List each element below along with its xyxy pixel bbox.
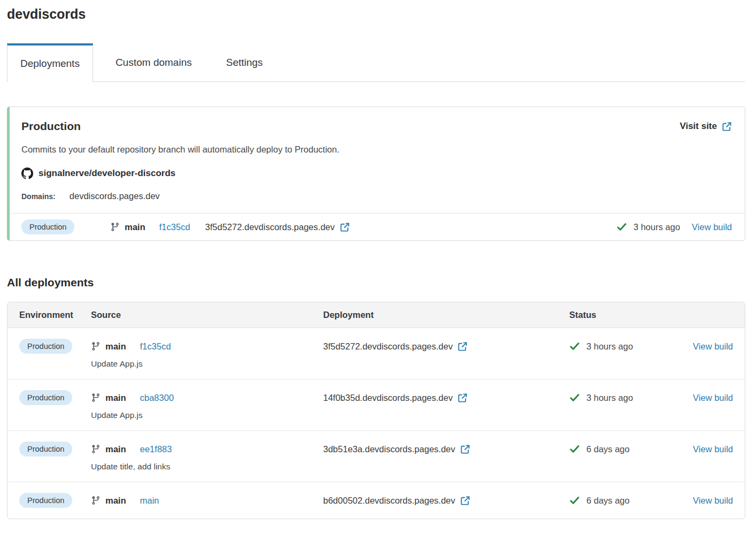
commit-link[interactable]: main [140, 496, 159, 506]
deployments-table: Environment Source Deployment Status Pro… [7, 302, 745, 519]
production-description: Commits to your default repository branc… [21, 145, 732, 155]
status-time: 3 hours ago [586, 393, 633, 403]
external-link-icon [722, 121, 732, 132]
table-row: Production main ee1f883 Update title, ad… [7, 431, 745, 482]
check-icon [569, 495, 580, 506]
commit-link[interactable]: cba8300 [140, 393, 174, 403]
branch-name: main [105, 496, 126, 506]
production-deployment-row: Production main f1c35cd 3f5d5272.devdisc… [10, 213, 745, 240]
tab-deployments-label: Deployments [20, 58, 80, 70]
column-header-environment: Environment [19, 310, 91, 320]
production-card-title: Production [21, 120, 81, 133]
view-build-link[interactable]: View build [693, 496, 733, 506]
environment-badge: Production [21, 219, 74, 234]
check-icon [569, 392, 580, 403]
domains-label: Domains: [21, 192, 56, 201]
git-branch-icon [110, 222, 120, 232]
git-branch-icon [91, 393, 101, 402]
commit-link[interactable]: ee1f883 [140, 444, 172, 454]
status-time: 6 days ago [586, 444, 630, 454]
tab-deployments[interactable]: Deployments [7, 43, 93, 82]
status-time: 6 days ago [586, 496, 630, 506]
external-link-icon[interactable] [457, 393, 468, 403]
commit-message: Update App.js [91, 359, 323, 369]
commit-link[interactable]: f1c35cd [140, 341, 171, 352]
tab-settings[interactable]: Settings [214, 43, 274, 81]
external-link-icon[interactable] [460, 444, 470, 454]
environment-badge: Production [19, 442, 72, 457]
all-deployments-heading: All deployments [7, 276, 745, 289]
environment-badge: Production [19, 390, 72, 405]
branch-name: main [125, 222, 146, 232]
deployment-url: 3db51e3a.devdiscords.pages.dev [323, 444, 455, 454]
git-branch-icon [91, 444, 101, 454]
view-build-link[interactable]: View build [693, 444, 733, 454]
deployment-url: 3f5d5272.devdiscords.pages.dev [323, 341, 453, 352]
view-build-link[interactable]: View build [693, 393, 733, 403]
column-header-source: Source [91, 310, 323, 320]
view-build-link[interactable]: View build [692, 222, 732, 232]
environment-badge: Production [19, 493, 72, 508]
github-icon [21, 168, 33, 179]
deployment-url: 3f5d5272.devdiscords.pages.dev [205, 222, 334, 232]
table-header-row: Environment Source Deployment Status [7, 302, 745, 328]
external-link-icon[interactable] [460, 496, 470, 506]
status-time: 3 hours ago [586, 341, 633, 352]
page: devdiscords Deployments Custom domains S… [0, 0, 756, 519]
production-card: Production Visit site Commits to your de… [7, 107, 745, 241]
commit-link[interactable]: f1c35cd [159, 222, 190, 232]
check-icon [569, 444, 580, 454]
tab-settings-label: Settings [226, 57, 263, 69]
status-time: 3 hours ago [633, 222, 680, 232]
table-row: Production main cba8300 Update App.js 14… [7, 379, 745, 431]
tab-custom-domains-label: Custom domains [116, 57, 192, 69]
table-row: Production main main b6d00502.devdiscord… [7, 482, 745, 519]
repository-name: signalnerve/developer-discords [39, 168, 175, 179]
deployment-url: b6d00502.devdiscords.pages.dev [323, 496, 455, 506]
tab-bar: Deployments Custom domains Settings [7, 43, 745, 82]
view-build-link[interactable]: View build [693, 341, 733, 352]
tab-custom-domains[interactable]: Custom domains [104, 43, 204, 81]
branch-name: main [105, 444, 126, 454]
external-link-icon[interactable] [457, 341, 468, 352]
external-link-icon[interactable] [340, 222, 350, 232]
column-header-status: Status [569, 310, 676, 320]
commit-message: Update title, add links [91, 462, 323, 472]
visit-site-link[interactable]: Visit site [679, 121, 732, 132]
git-branch-icon [91, 341, 101, 351]
domains-value: devdiscords.pages.dev [70, 191, 160, 201]
page-title: devdiscords [7, 0, 745, 22]
table-row: Production main f1c35cd Update App.js 3f… [7, 328, 745, 379]
git-branch-icon [91, 496, 101, 505]
check-icon [569, 341, 580, 352]
visit-site-label: Visit site [679, 121, 717, 132]
branch-name: main [105, 341, 126, 352]
deployment-url: 14f0b35d.devdiscords.pages.dev [323, 393, 453, 403]
commit-message: Update App.js [91, 410, 323, 420]
column-header-deployment: Deployment [323, 310, 569, 320]
branch-name: main [105, 393, 126, 403]
environment-badge: Production [19, 339, 72, 354]
check-icon [616, 222, 627, 232]
